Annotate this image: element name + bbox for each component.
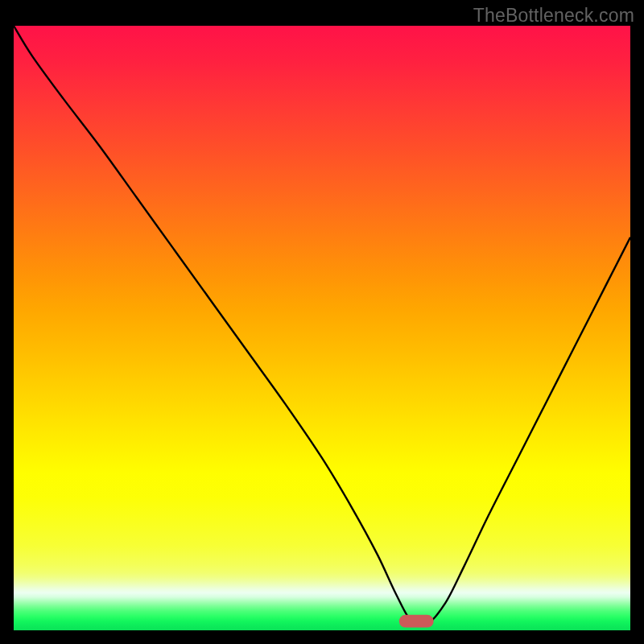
- chart-svg: [14, 26, 630, 630]
- plot-area: [14, 26, 630, 630]
- watermark-label: TheBottleneck.com: [473, 5, 634, 27]
- chart-container: TheBottleneck.com: [0, 0, 644, 644]
- gradient-background: [14, 26, 630, 630]
- optimal-marker: [399, 615, 434, 628]
